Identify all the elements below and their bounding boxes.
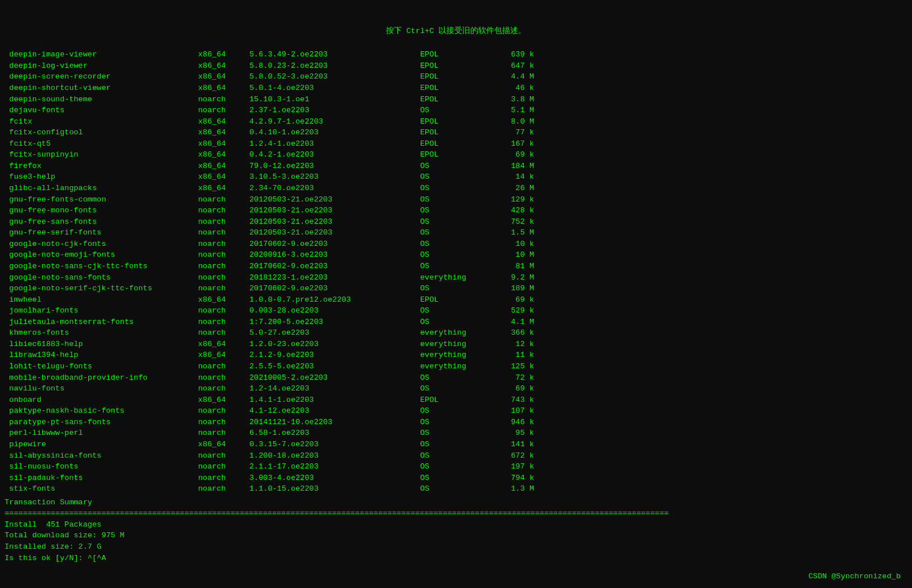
package-arch: noarch (198, 383, 249, 394)
package-name: perl-libwww-perl (5, 427, 198, 439)
package-arch: x86_64 (198, 394, 249, 406)
package-name: fuse3-help (5, 171, 198, 183)
list-item: google-noto-sans-fontsnoarch20181223-1.o… (5, 272, 907, 283)
package-arch: noarch (198, 249, 249, 261)
top-note: 按下 Ctrl+C 以接受旧的软件包描述。 (5, 24, 907, 38)
package-size: 12 k (488, 339, 534, 350)
list-item: google-noto-emoji-fontsnoarch20200916-3.… (5, 249, 907, 261)
package-version: 2.37-1.oe2203 (249, 105, 420, 116)
package-size: 69 k (488, 294, 534, 306)
package-arch: noarch (198, 261, 249, 272)
package-version: 6.58-1.oe2203 (249, 427, 420, 439)
package-size: 743 k (488, 394, 534, 406)
package-version: 79.0-12.oe2203 (249, 161, 420, 172)
package-arch: x86_64 (198, 439, 249, 450)
package-repo: OS (420, 261, 488, 272)
package-repo: OS (420, 483, 488, 495)
package-version: 3.003-4.oe2203 (249, 472, 420, 484)
package-size: 3.8 M (488, 94, 534, 105)
package-size: 95 k (488, 427, 534, 439)
package-size: 946 k (488, 417, 534, 428)
package-size: 69 k (488, 149, 534, 161)
package-name: julietaula-montserrat-fonts (5, 316, 198, 328)
package-repo: EPOL (420, 294, 488, 306)
package-name: gnu-free-mono-fonts (5, 205, 198, 216)
package-size: 197 k (488, 461, 534, 472)
package-arch: noarch (198, 272, 249, 283)
package-version: 5.8.0.52-3.oe2203 (249, 71, 420, 83)
package-size: 141 k (488, 439, 534, 450)
list-item: google-noto-serif-cjk-ttc-fontsnoarch201… (5, 283, 907, 294)
package-arch: noarch (198, 305, 249, 316)
package-name: deepin-screen-recorder (5, 71, 198, 83)
package-version: 2.34-70.oe2203 (249, 183, 420, 194)
package-arch: noarch (198, 239, 249, 250)
package-repo: OS (420, 372, 488, 384)
package-repo: OS (420, 105, 488, 116)
package-version: 1.2.0-23.oe2203 (249, 339, 420, 350)
list-item: paktype-naskh-basic-fontsnoarch4.1-12.oe… (5, 405, 907, 417)
list-item: fcitx-qt5x86_641.2.4-1.oe2203EPOL167 k (5, 138, 907, 150)
package-version: 1:7.200-5.oe2203 (249, 316, 420, 328)
package-name: deepin-image-viewer (5, 49, 198, 60)
package-repo: OS (420, 316, 488, 328)
confirm-prompt[interactable]: Is this ok [y/N]: ^[^A (5, 553, 907, 564)
package-name: khmeros-fonts (5, 327, 198, 339)
package-name: imwheel (5, 294, 198, 306)
list-item: fcitx-configtoolx86_640.4.10-1.oe2203EPO… (5, 127, 907, 138)
package-size: 428 k (488, 205, 534, 216)
package-name: fcitx-sunpinyin (5, 149, 198, 161)
package-arch: noarch (198, 483, 249, 495)
package-name: lohit-telugu-fonts (5, 361, 198, 372)
list-item: firefoxx86_6479.0-12.oe2203OS184 M (5, 161, 907, 172)
list-item: deepin-sound-themenoarch15.10.3-1.oe1EPO… (5, 94, 907, 105)
package-name: mobile-broadband-provider-info (5, 372, 198, 384)
package-version: 0.3.15-7.oe2203 (249, 439, 420, 450)
package-version: 1.200-18.oe2203 (249, 450, 420, 462)
package-name: deepin-log-viewer (5, 60, 198, 72)
package-size: 752 k (488, 216, 534, 228)
package-size: 4.1 M (488, 316, 534, 328)
package-repo: OS (420, 161, 488, 172)
package-arch: noarch (198, 450, 249, 462)
package-version: 20210005-2.oe2203 (249, 372, 420, 384)
package-version: 3.10.5-3.oe2203 (249, 171, 420, 183)
list-item: deepin-shortcut-viewerx86_645.0.1-4.oe22… (5, 83, 907, 94)
package-arch: noarch (198, 461, 249, 472)
package-arch: x86_64 (198, 183, 249, 194)
package-repo: OS (420, 249, 488, 261)
list-item: sil-padauk-fontsnoarch3.003-4.oe2203OS79… (5, 472, 907, 484)
package-arch: x86_64 (198, 127, 249, 138)
package-version: 0.4.2-1.oe2203 (249, 149, 420, 161)
package-name: sil-padauk-fonts (5, 472, 198, 484)
package-size: 794 k (488, 472, 534, 484)
package-version: 5.6.3.49-2.oe2203 (249, 49, 420, 60)
package-name: paratype-pt-sans-fonts (5, 417, 198, 428)
package-name: gnu-free-fonts-common (5, 194, 198, 205)
package-name: google-noto-sans-cjk-ttc-fonts (5, 261, 198, 272)
package-size: 8.0 M (488, 116, 534, 128)
package-repo: everything (420, 339, 488, 350)
package-size: 10 k (488, 239, 534, 250)
package-name: google-noto-cjk-fonts (5, 239, 198, 250)
package-arch: noarch (198, 361, 249, 372)
package-version: 2.1.2-9.oe2203 (249, 349, 420, 361)
package-name: gnu-free-sans-fonts (5, 216, 198, 228)
list-item: deepin-screen-recorderx86_645.8.0.52-3.o… (5, 71, 907, 83)
list-item: gnu-free-serif-fontsnoarch20120503-21.oe… (5, 227, 907, 239)
package-size: 81 M (488, 261, 534, 272)
package-size: 46 k (488, 83, 534, 94)
package-size: 10 M (488, 249, 534, 261)
list-item: google-noto-cjk-fontsnoarch20170602-9.oe… (5, 239, 907, 250)
package-repo: everything (420, 327, 488, 339)
package-name: gnu-free-serif-fonts (5, 227, 198, 239)
list-item: mobile-broadband-provider-infonoarch2021… (5, 372, 907, 384)
package-repo: everything (420, 349, 488, 361)
installed-size: Installed size: 2.7 G (5, 541, 907, 553)
package-repo: OS (420, 205, 488, 216)
list-item: sil-nuosu-fontsnoarch2.1.1-17.oe2203OS19… (5, 461, 907, 472)
package-arch: noarch (198, 194, 249, 205)
package-repo: OS (420, 194, 488, 205)
package-size: 125 k (488, 361, 534, 372)
package-repo: OS (420, 283, 488, 294)
